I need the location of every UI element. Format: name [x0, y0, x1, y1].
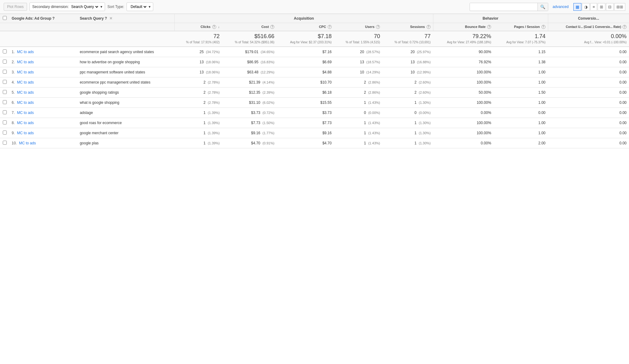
- acquisition-group-header: Acquisition: [175, 14, 433, 23]
- clicks-value: 1: [204, 121, 206, 125]
- cpc-col-header[interactable]: CPC ?: [277, 23, 334, 31]
- bounce-rate-cell: 76.92%: [433, 57, 494, 67]
- bounce-rate-cell: 50.00%: [433, 88, 494, 98]
- row-checkbox[interactable]: [3, 100, 7, 104]
- row-checkbox[interactable]: [3, 80, 7, 84]
- row-checkbox[interactable]: [3, 110, 7, 114]
- clicks-value: 1: [204, 141, 206, 145]
- users-cell: 1 (1.43%): [334, 128, 383, 138]
- totals-clicks-sub: % of Total: 17.91% (402): [177, 40, 220, 45]
- totals-pages-session-cell: 1.74 Avg for View: 7.07 (-75.37%): [494, 31, 548, 47]
- sessions-pct: (1.30%): [419, 121, 431, 125]
- ad-group-link[interactable]: MC to ads: [17, 90, 34, 95]
- row-checkbox[interactable]: [3, 70, 7, 74]
- bounce-rate-col-header[interactable]: Bounce Rate ?: [433, 23, 494, 31]
- sessions-help-icon[interactable]: ?: [427, 25, 431, 29]
- users-value: 2: [364, 80, 366, 84]
- bounce-rate-cell: 100.00%: [433, 118, 494, 128]
- totals-pages-session-sub: Avg for View: 7.07 (-75.37%): [496, 40, 545, 45]
- row-checkbox[interactable]: [3, 60, 7, 64]
- row-checkbox[interactable]: [3, 90, 7, 94]
- users-col-header[interactable]: Users ?: [334, 23, 383, 31]
- search-query-cell: google merchant center: [77, 128, 175, 138]
- cpc-cell: $7.73: [277, 118, 334, 128]
- row-checkbox[interactable]: [3, 49, 7, 53]
- clicks-cell: 1 (1.39%): [175, 128, 222, 138]
- ad-group-link[interactable]: MC to ads: [17, 100, 34, 105]
- search-query-cell: google plas: [77, 138, 175, 148]
- search-query-cell: what is google shopping: [77, 98, 175, 108]
- plot-rows-button[interactable]: Plot Rows: [4, 3, 27, 11]
- pages-session-cell: 1.00: [494, 98, 548, 108]
- cost-value: $31.10: [249, 100, 260, 105]
- ad-group-link[interactable]: MC to ads: [17, 70, 34, 74]
- bounce-rate-help-icon[interactable]: ?: [487, 25, 491, 29]
- secondary-dimension-dropdown[interactable]: Secondary dimension: Search Query ▾: [29, 2, 105, 11]
- search-query-cell: adstage: [77, 108, 175, 118]
- search-button[interactable]: 🔍: [537, 3, 548, 11]
- sessions-pct: (2.60%): [419, 91, 431, 94]
- clicks-cell: 1 (1.39%): [175, 138, 222, 148]
- sessions-value: 20: [411, 50, 415, 54]
- ad-group-link[interactable]: MC to ads: [17, 111, 34, 115]
- pages-session-help-icon[interactable]: ?: [541, 25, 545, 29]
- ad-group-help-icon[interactable]: ?: [52, 16, 54, 21]
- cost-help-icon[interactable]: ?: [270, 25, 274, 29]
- secondary-dimension-select[interactable]: Search Query: [70, 4, 99, 9]
- sessions-cell: 1 (1.30%): [382, 138, 433, 148]
- ad-group-link[interactable]: MC to ads: [17, 131, 34, 135]
- clicks-pct: (1.39%): [208, 141, 220, 145]
- clicks-col-header[interactable]: Clicks ? ↓: [175, 23, 222, 31]
- cost-col-header[interactable]: Cost ?: [222, 23, 277, 31]
- row-checkbox-cell: [0, 47, 9, 57]
- users-pct: (1.43%): [368, 101, 380, 104]
- cost-pct: (2.39%): [263, 91, 275, 94]
- row-checkbox-cell: [0, 88, 9, 98]
- sessions-col-header[interactable]: Sessions ?: [382, 23, 433, 31]
- conversion-cell: 0.00: [548, 47, 629, 57]
- row-checkbox[interactable]: [3, 141, 7, 145]
- view-icon-pivot[interactable]: ⊟: [606, 3, 614, 11]
- close-icon[interactable]: ✕: [109, 16, 112, 21]
- view-icon-list[interactable]: ≡: [590, 3, 597, 11]
- conversion-cell: 0.00: [548, 67, 629, 77]
- users-cell: 2 (2.86%): [334, 88, 383, 98]
- sessions-cell: 0 (0.00%): [382, 108, 433, 118]
- ad-group-link[interactable]: MC to ads: [17, 80, 34, 84]
- totals-conversion-sub: Avg f... View: <0.01 (-100.00%): [550, 40, 627, 45]
- sort-type-dropdown[interactable]: Default ▾: [127, 2, 153, 11]
- clicks-value: 2: [204, 90, 206, 95]
- view-icon-grid[interactable]: ▦: [573, 3, 581, 11]
- view-icon-pie[interactable]: ◑: [582, 3, 590, 11]
- search-query-help-icon[interactable]: ?: [105, 16, 107, 21]
- ad-group-link[interactable]: MC to ads: [19, 141, 36, 145]
- search-query-cell: how to advertise on google shopping: [77, 57, 175, 67]
- view-icon-compare[interactable]: ⊞: [598, 3, 605, 11]
- view-icon-custom[interactable]: ⊞⊞: [614, 3, 625, 11]
- users-help-icon[interactable]: ?: [376, 25, 380, 29]
- table-row: 3. MC to ads ppc management software uni…: [0, 67, 629, 77]
- cost-pct: (16.83%): [261, 60, 275, 64]
- ad-group-link[interactable]: MC to ads: [17, 121, 34, 125]
- cpc-help-icon[interactable]: ?: [328, 25, 332, 29]
- users-pct: (0.00%): [368, 111, 380, 115]
- sort-type-select[interactable]: Default: [129, 4, 147, 9]
- ad-group-link[interactable]: MC to ads: [17, 60, 34, 64]
- select-all-checkbox[interactable]: [3, 16, 7, 20]
- clicks-value: 2: [204, 80, 206, 84]
- clicks-help-icon[interactable]: ?: [212, 25, 216, 29]
- advanced-link[interactable]: advanced: [553, 5, 568, 9]
- cpc-cell: $4.70: [277, 138, 334, 148]
- clicks-value: 13: [200, 70, 204, 74]
- row-number: 3.: [12, 70, 15, 74]
- users-value: 0: [364, 111, 366, 115]
- conversion-help-icon[interactable]: ?: [623, 25, 627, 29]
- row-checkbox[interactable]: [3, 120, 7, 124]
- totals-cost-cell: $516.66 % of Total: 54.32% ($951.06): [222, 31, 277, 47]
- ad-group-link[interactable]: MC to ads: [17, 50, 34, 54]
- row-checkbox[interactable]: [3, 131, 7, 135]
- search-input[interactable]: [470, 3, 537, 10]
- conversion-col-header[interactable]: Contact U... (Goal 1 Conversio... Rate) …: [548, 23, 629, 31]
- sessions-pct: (12.99%): [417, 70, 431, 74]
- pages-session-col-header[interactable]: Pages / Session ?: [494, 23, 548, 31]
